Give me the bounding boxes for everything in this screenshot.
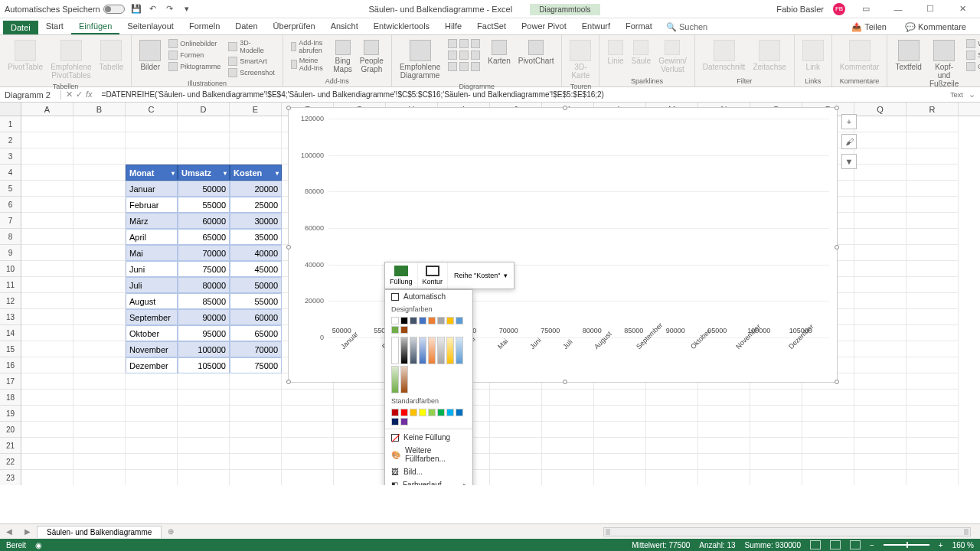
pictures-button[interactable]: Bilder <box>138 38 162 73</box>
cell[interactable] <box>282 470 334 485</box>
cell[interactable]: Juli <box>126 277 178 293</box>
cell[interactable] <box>854 357 906 373</box>
cell[interactable] <box>594 438 646 454</box>
cell[interactable] <box>906 197 959 213</box>
col-header[interactable]: B <box>74 103 126 116</box>
tab-power pivot[interactable]: Power Pivot <box>514 19 574 34</box>
cell[interactable] <box>854 325 906 341</box>
more-colors[interactable]: 🎨Weitere Füllfarben... <box>385 444 472 465</box>
cell[interactable] <box>21 341 74 357</box>
cell[interactable] <box>854 406 906 422</box>
cell[interactable] <box>906 293 959 309</box>
cell[interactable]: 55000 <box>178 197 230 213</box>
cell[interactable] <box>750 470 802 485</box>
tab-hilfe[interactable]: Hilfe <box>437 19 469 34</box>
cell[interactable] <box>74 293 126 309</box>
cell[interactable]: 35000 <box>230 229 282 245</box>
cell[interactable] <box>490 438 542 454</box>
cell[interactable] <box>21 261 74 277</box>
cell[interactable] <box>854 229 906 245</box>
cell[interactable] <box>542 390 594 406</box>
cell[interactable] <box>126 406 178 422</box>
cell[interactable]: 65000 <box>230 325 282 341</box>
color-swatch[interactable] <box>419 409 426 416</box>
cell[interactable]: 50000 <box>178 181 230 197</box>
col-header[interactable]: E <box>230 103 282 116</box>
row-header[interactable]: 7 <box>0 213 21 229</box>
cell[interactable] <box>646 422 698 438</box>
cell[interactable] <box>21 245 74 261</box>
people-graph-button[interactable]: People Graph <box>358 38 385 75</box>
cell[interactable]: 105000 <box>178 357 230 373</box>
tab-überprüfen[interactable]: Überprüfen <box>266 19 323 34</box>
color-swatch[interactable] <box>410 409 417 416</box>
cell[interactable] <box>646 390 698 406</box>
row-header[interactable]: 2 <box>0 132 21 148</box>
row-header[interactable]: 17 <box>0 373 21 390</box>
cell[interactable] <box>802 438 854 454</box>
cell[interactable] <box>698 390 750 406</box>
row-header[interactable]: 21 <box>0 438 21 454</box>
cell[interactable] <box>906 261 959 277</box>
cell[interactable] <box>802 390 854 406</box>
chart-type-2[interactable] <box>446 50 482 60</box>
cell[interactable] <box>74 454 126 470</box>
cell[interactable] <box>21 165 74 181</box>
tab-factset[interactable]: FactSet <box>469 19 514 34</box>
tab-ansicht[interactable]: Ansicht <box>323 19 366 34</box>
cell[interactable] <box>646 454 698 470</box>
cell[interactable]: Juni <box>126 261 178 277</box>
cell[interactable] <box>282 390 334 406</box>
cell[interactable] <box>542 422 594 438</box>
cell[interactable] <box>490 454 542 470</box>
color-shade-column[interactable] <box>437 337 445 364</box>
zoom-out-icon[interactable]: − <box>870 541 874 549</box>
user-avatar[interactable]: FB <box>833 3 845 15</box>
cell[interactable] <box>594 470 646 485</box>
cell[interactable] <box>230 454 282 470</box>
row-header[interactable]: 19 <box>0 406 21 422</box>
row-header[interactable]: 9 <box>0 245 21 261</box>
color-swatch[interactable] <box>391 409 399 416</box>
cell[interactable] <box>334 390 386 406</box>
cell[interactable] <box>802 406 854 422</box>
cell[interactable] <box>906 309 959 325</box>
cell[interactable] <box>750 454 802 470</box>
outline-button[interactable]: Kontur <box>418 262 449 289</box>
row-header[interactable]: 6 <box>0 197 21 213</box>
cell[interactable] <box>854 165 906 181</box>
minimize-icon[interactable]: — <box>887 2 910 17</box>
cell[interactable] <box>21 422 74 438</box>
cell[interactable] <box>854 116 906 132</box>
formula-expand-icon[interactable]: ⌄ <box>964 90 980 99</box>
color-shade-column[interactable] <box>391 366 399 393</box>
series-selector[interactable]: Reihe "Kosten"▾ <box>448 262 513 289</box>
cell[interactable] <box>854 293 906 309</box>
cell[interactable] <box>334 406 386 422</box>
user-name[interactable]: Fabio Basler <box>776 5 824 14</box>
cell[interactable]: 75000 <box>178 261 230 277</box>
cell[interactable] <box>74 165 126 181</box>
cell[interactable]: 60000 <box>230 309 282 325</box>
row-header[interactable]: 14 <box>0 325 21 341</box>
cell[interactable]: Januar <box>126 181 178 197</box>
cell[interactable]: Dezember <box>126 357 178 373</box>
row-header[interactable]: 3 <box>0 148 21 165</box>
color-swatch[interactable] <box>400 317 408 324</box>
cell[interactable] <box>594 422 646 438</box>
cell[interactable] <box>126 148 178 165</box>
cell[interactable] <box>854 390 906 406</box>
header-footer-button[interactable]: Kopf- und Fußzeile <box>928 38 960 90</box>
cell[interactable] <box>906 213 959 229</box>
cell[interactable] <box>906 341 959 357</box>
cell[interactable]: 80000 <box>178 277 230 293</box>
no-fill[interactable]: Keine Füllung <box>385 431 472 444</box>
wordart-button[interactable]: WordArt <box>965 38 980 49</box>
cell[interactable] <box>74 470 126 485</box>
cell[interactable] <box>21 390 74 406</box>
icons-button[interactable]: Piktogramme <box>167 61 222 72</box>
pivotchart-button[interactable]: PivotChart <box>517 38 556 67</box>
cell[interactable] <box>178 406 230 422</box>
cell[interactable] <box>854 277 906 293</box>
cell[interactable] <box>21 454 74 470</box>
